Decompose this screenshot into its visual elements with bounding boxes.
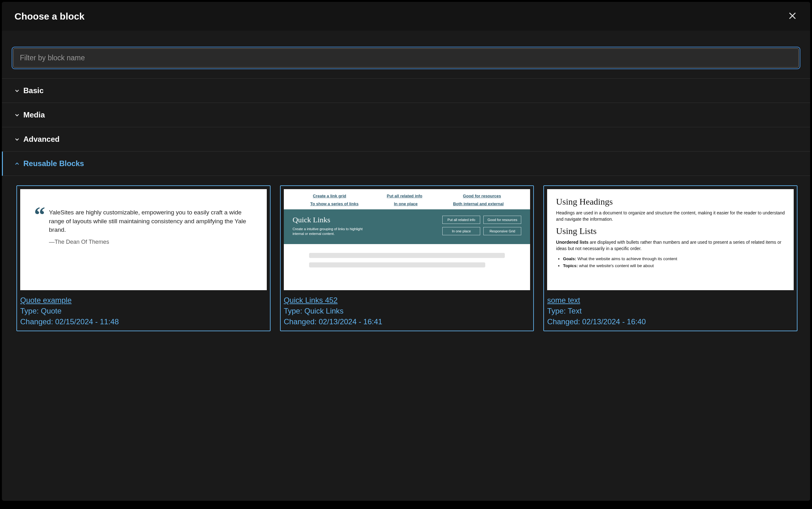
modal-title: Choose a block bbox=[14, 11, 84, 22]
modal-body: Basic Media Advanced Reusable Blocks bbox=[2, 31, 810, 344]
category-advanced[interactable]: Advanced bbox=[2, 127, 810, 151]
block-card-changed: Changed: 02/13/2024 - 16:40 bbox=[547, 317, 794, 326]
block-card-quote-example[interactable]: “ YaleSites are highly customizable, emp… bbox=[16, 185, 271, 331]
chevron-up-icon bbox=[14, 161, 20, 166]
preview-hero-button: Put all related info bbox=[442, 216, 480, 224]
close-icon bbox=[788, 11, 797, 21]
chevron-down-icon bbox=[14, 88, 20, 93]
block-card-some-text[interactable]: Using Headings Headings are used in a do… bbox=[543, 185, 798, 331]
category-list: Basic Media Advanced Reusable Blocks bbox=[2, 78, 810, 176]
skeleton-bar bbox=[309, 262, 486, 267]
choose-block-modal: Choose a block Basic bbox=[2, 2, 810, 501]
preview-quote-text: YaleSites are highly customizable, empow… bbox=[49, 208, 253, 234]
block-card-changed: Changed: 02/15/2024 - 11:48 bbox=[20, 317, 267, 326]
modal-header: Choose a block bbox=[2, 2, 810, 31]
preview-hero-title: Quick Links bbox=[293, 216, 365, 224]
preview-hero-button: Responsive Grid bbox=[483, 227, 521, 235]
block-card-type: Type: Text bbox=[547, 307, 794, 315]
preview-hero-subtitle: Create a intuitive grouping of links to … bbox=[293, 227, 365, 237]
filter-input[interactable] bbox=[13, 48, 799, 68]
preview-link: Put all related info bbox=[387, 194, 422, 198]
block-card-type: Type: Quick Links bbox=[284, 307, 530, 315]
block-card-changed: Changed: 02/13/2024 - 16:41 bbox=[284, 317, 530, 326]
block-card-title[interactable]: some text bbox=[547, 296, 580, 304]
preview-paragraph: Headings are used in a document to organ… bbox=[556, 210, 785, 222]
preview-paragraph: Unordered lists are displayed with bulle… bbox=[556, 239, 785, 252]
preview-list: Goals: What the website aims to achieve … bbox=[563, 256, 785, 269]
preview-link: Both internal and external bbox=[453, 201, 503, 206]
block-preview: “ YaleSites are highly customizable, emp… bbox=[20, 189, 267, 290]
chevron-down-icon bbox=[14, 112, 20, 117]
preview-heading: Using Headings bbox=[556, 197, 785, 207]
category-label: Reusable Blocks bbox=[23, 159, 84, 168]
category-label: Basic bbox=[23, 86, 43, 95]
block-card-title[interactable]: Quote example bbox=[20, 296, 72, 304]
block-preview: Using Headings Headings are used in a do… bbox=[547, 189, 794, 290]
preview-link: Create a link grid bbox=[313, 194, 346, 198]
block-cards: “ YaleSites are highly customizable, emp… bbox=[2, 176, 810, 344]
category-label: Advanced bbox=[23, 135, 60, 144]
block-card-type: Type: Quote bbox=[20, 307, 267, 315]
category-reusable-blocks[interactable]: Reusable Blocks bbox=[2, 151, 810, 176]
preview-strong: Unordered lists bbox=[556, 240, 589, 245]
category-media[interactable]: Media bbox=[2, 103, 810, 127]
close-button[interactable] bbox=[787, 10, 798, 23]
block-card-quick-links-452[interactable]: Create a link grid Put all related info … bbox=[280, 185, 534, 331]
chevron-down-icon bbox=[14, 137, 20, 142]
preview-link: To show a series of links bbox=[310, 201, 359, 206]
category-basic[interactable]: Basic bbox=[2, 79, 810, 103]
preview-heading: Using Lists bbox=[556, 226, 785, 236]
block-card-title[interactable]: Quick Links 452 bbox=[284, 296, 338, 304]
preview-hero-button: Good for resources bbox=[483, 216, 521, 224]
block-preview: Create a link grid Put all related info … bbox=[284, 189, 530, 290]
preview-link: In one place bbox=[394, 201, 418, 206]
skeleton-bar bbox=[309, 253, 505, 258]
quote-icon: “ bbox=[34, 208, 45, 245]
preview-link: Good for resources bbox=[463, 194, 501, 198]
list-item: Topics: what the website's content will … bbox=[563, 262, 785, 269]
preview-hero-button: In one place bbox=[442, 227, 480, 235]
preview-quote-attribution: —The Dean Of Themes bbox=[49, 239, 253, 245]
category-label: Media bbox=[23, 110, 45, 120]
list-item: Goals: What the website aims to achieve … bbox=[563, 256, 785, 262]
filter-section bbox=[2, 31, 810, 78]
